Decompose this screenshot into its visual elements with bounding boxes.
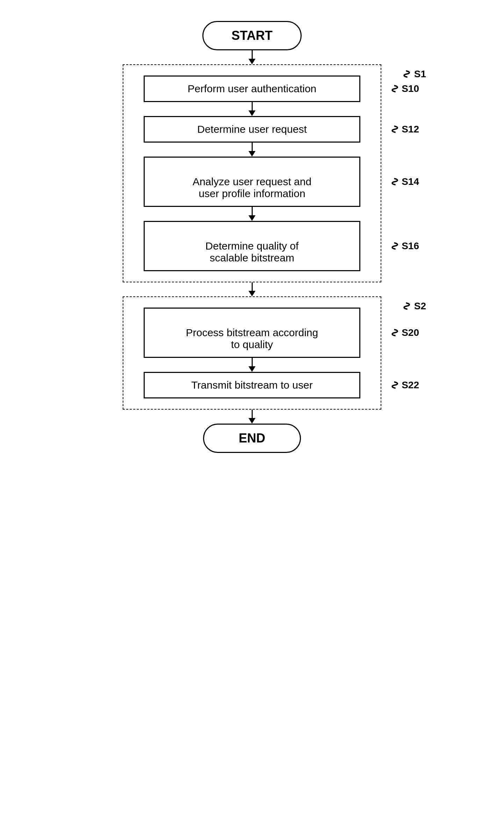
step-s12-box: Determine user request bbox=[144, 116, 360, 143]
arrow-s14-s16 bbox=[249, 207, 255, 221]
squiggle-s16: ∿ bbox=[389, 242, 401, 251]
group-s1: ∿ S1 Perform user authentication ∿ S10 D… bbox=[123, 64, 381, 282]
step-s16-label: Determine quality of scalable bitstream bbox=[206, 240, 299, 264]
step-s20-box: Process bitstream according to quality bbox=[144, 308, 360, 358]
flowchart: START ∿ S1 Perform user authentication ∿… bbox=[95, 21, 409, 453]
step-s16-row: Determine quality of scalable bitstream … bbox=[137, 221, 367, 271]
step-s10-ref: ∿ S10 bbox=[390, 83, 419, 94]
step-s14-ref: ∿ S14 bbox=[390, 176, 419, 187]
arrow-s2-to-end bbox=[249, 410, 255, 424]
step-s14-row: Analyze user request and user profile in… bbox=[137, 157, 367, 207]
group-s2-label: ∿ S2 bbox=[402, 301, 426, 312]
step-s12-ref: ∿ S12 bbox=[390, 124, 419, 135]
step-s20-row: Process bitstream according to quality ∿… bbox=[137, 308, 367, 358]
step-s14-box: Analyze user request and user profile in… bbox=[144, 157, 360, 207]
arrow-s12-s14 bbox=[249, 143, 255, 157]
s1-text: S1 bbox=[414, 69, 426, 80]
step-s12-row: Determine user request ∿ S12 bbox=[137, 116, 367, 143]
step-s14-label: Analyze user request and user profile in… bbox=[193, 176, 311, 199]
step-s16-ref: ∿ S16 bbox=[390, 240, 419, 252]
group-s1-label: ∿ S1 bbox=[402, 69, 426, 80]
step-s10-row: Perform user authentication ∿ S10 bbox=[137, 75, 367, 102]
squiggle-s10: ∿ bbox=[389, 84, 401, 94]
step-s22-label: Transmit bitstream to user bbox=[191, 379, 312, 391]
squiggle-s14: ∿ bbox=[389, 177, 401, 187]
step-s20-ref: ∿ S20 bbox=[390, 327, 419, 338]
step-s22-ref: ∿ S22 bbox=[390, 380, 419, 391]
arrow-s20-s22 bbox=[249, 358, 255, 372]
step-s12-label: Determine user request bbox=[197, 123, 307, 135]
step-s16-box: Determine quality of scalable bitstream bbox=[144, 221, 360, 271]
squiggle-s12: ∿ bbox=[389, 125, 401, 134]
end-node: END bbox=[203, 424, 301, 453]
squiggle-s2: ∿ bbox=[401, 302, 412, 311]
start-node: START bbox=[202, 21, 301, 50]
step-s22-box: Transmit bitstream to user bbox=[144, 372, 360, 398]
step-s10-label: Perform user authentication bbox=[188, 83, 317, 94]
step-s20-label: Process bitstream according to quality bbox=[186, 327, 318, 350]
arrow-between-groups bbox=[249, 282, 255, 296]
arrow-start-to-s1 bbox=[249, 50, 255, 64]
group-s2: ∿ S2 Process bitstream according to qual… bbox=[123, 296, 381, 410]
s2-text: S2 bbox=[414, 301, 426, 312]
step-s22-row: Transmit bitstream to user ∿ S22 bbox=[137, 372, 367, 398]
squiggle-s20: ∿ bbox=[389, 328, 401, 338]
squiggle-s1: ∿ bbox=[401, 70, 412, 79]
arrow-s10-s12 bbox=[249, 102, 255, 116]
step-s10-box: Perform user authentication bbox=[144, 75, 360, 102]
squiggle-s22: ∿ bbox=[389, 381, 401, 390]
